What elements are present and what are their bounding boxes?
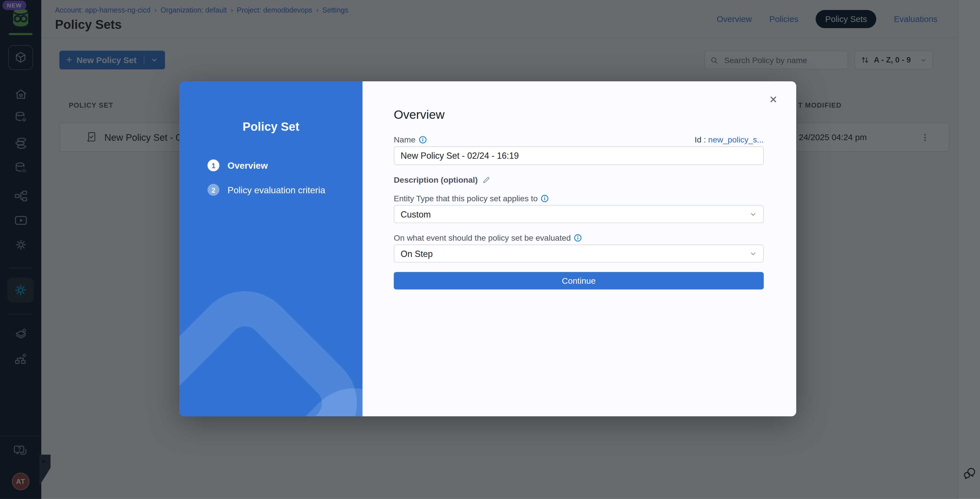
name-label: Name xyxy=(394,135,415,145)
event-label-row: On what event should the policy set be e… xyxy=(394,233,582,243)
close-icon[interactable]: ✕ xyxy=(769,94,777,106)
continue-button[interactable]: Continue xyxy=(394,272,764,289)
name-input[interactable] xyxy=(394,146,764,165)
entity-type-label: Entity Type that this policy set applies… xyxy=(394,194,538,203)
wizard-panel: Policy Set 1 Overview 2 Policy evaluatio… xyxy=(180,81,363,416)
wizard-step-evaluation-criteria[interactable]: 2 Policy evaluation criteria xyxy=(207,184,325,196)
overview-form-panel: ✕ Overview Name Id : new_policy_s... xyxy=(363,81,796,416)
step-label: Policy evaluation criteria xyxy=(228,185,325,195)
chevron-down-icon xyxy=(749,210,757,218)
event-select[interactable]: On Step xyxy=(394,244,764,263)
entity-type-value: Custom xyxy=(401,209,431,219)
name-label-wrap: Name xyxy=(394,135,426,145)
event-label: On what event should the policy set be e… xyxy=(394,233,571,243)
description-label-row: Description (optional) xyxy=(394,175,491,184)
pencil-edit-icon[interactable] xyxy=(482,175,491,184)
step-number-badge: 1 xyxy=(207,159,220,171)
info-icon[interactable] xyxy=(574,234,582,242)
id-prefix: Id : xyxy=(695,135,706,145)
id-wrap: Id : new_policy_s... xyxy=(695,135,764,145)
app-root: NEW xyxy=(0,0,980,499)
description-label: Description (optional) xyxy=(394,175,478,184)
name-label-row: Name Id : new_policy_s... xyxy=(394,135,764,145)
info-icon[interactable] xyxy=(418,136,426,143)
event-value: On Step xyxy=(401,249,433,259)
entity-type-label-row: Entity Type that this policy set applies… xyxy=(394,194,549,203)
info-icon[interactable] xyxy=(541,194,549,202)
form-section-title: Overview xyxy=(394,108,445,122)
wizard-step-overview[interactable]: 1 Overview xyxy=(207,159,268,171)
step-label: Overview xyxy=(228,161,268,171)
chevron-down-icon xyxy=(749,250,757,257)
wizard-title: Policy Set xyxy=(180,120,363,134)
entity-type-select[interactable]: Custom xyxy=(394,205,764,223)
id-link[interactable]: new_policy_s... xyxy=(708,135,764,145)
step-number-badge: 2 xyxy=(207,184,220,196)
new-policy-set-modal: Policy Set 1 Overview 2 Policy evaluatio… xyxy=(180,81,797,416)
